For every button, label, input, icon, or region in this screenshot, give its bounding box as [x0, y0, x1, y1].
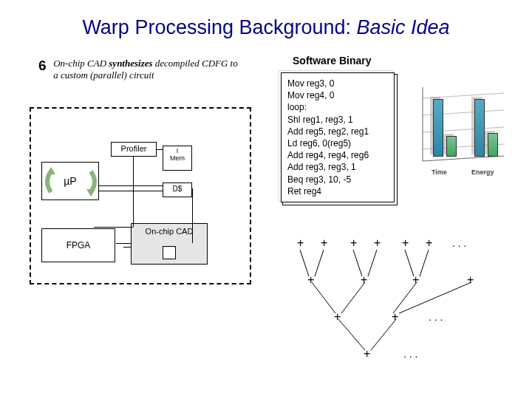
cpu-cycle-arrows-icon: [42, 163, 100, 201]
svg-line-11: [368, 250, 377, 276]
connector: [123, 247, 131, 248]
svg-text:+: +: [412, 273, 419, 286]
block-imem: I Mem: [163, 146, 192, 171]
block-cpu: µP: [41, 162, 99, 200]
connector: [99, 191, 163, 191]
svg-line-2: [423, 93, 504, 98]
svg-text:+: +: [402, 236, 409, 249]
bar-after: [488, 133, 498, 157]
connector: [99, 185, 163, 186]
step-caption: 6 On-chip CAD synthesizes decompiled CDF…: [38, 58, 253, 81]
block-dcache: D$: [163, 183, 192, 197]
svg-line-17: [399, 282, 471, 313]
bar-before: [474, 99, 485, 157]
svg-marker-1: [86, 189, 95, 197]
svg-marker-0: [47, 167, 55, 174]
svg-text:+: +: [361, 273, 367, 286]
svg-text:+: +: [307, 273, 314, 286]
svg-text:+: +: [364, 347, 370, 360]
svg-text:. . .: . . .: [452, 237, 466, 249]
title-suffix: Basic Idea: [357, 16, 450, 38]
bar-before: [433, 99, 443, 157]
step-text: On-chip CAD synthesizes decompiled CDFG …: [53, 58, 238, 81]
tree-op: +: [297, 236, 304, 249]
connector: [133, 157, 134, 227]
adder-tree: + + + + + + + + + + + + + . . . . . . . …: [284, 233, 513, 389]
svg-line-12: [405, 250, 414, 276]
svg-line-18: [338, 319, 365, 350]
svg-text:. . .: . . .: [403, 348, 417, 360]
svg-line-10: [353, 250, 362, 276]
title-prefix: Warp Processing Background:: [82, 16, 356, 38]
bar-chart: Time Energy: [415, 80, 514, 174]
svg-text:+: +: [334, 310, 341, 323]
svg-line-8: [300, 250, 309, 276]
svg-text:. . .: . . .: [429, 311, 443, 323]
connector: [116, 243, 131, 244]
bar-after: [446, 136, 457, 157]
svg-text:+: +: [321, 236, 327, 249]
cad-badge: [163, 246, 176, 259]
chart-bars-time: [433, 99, 458, 160]
svg-text:+: +: [467, 273, 474, 286]
block-cad: On-chip CAD: [131, 223, 208, 265]
chart-label-energy: Energy: [471, 168, 494, 176]
svg-text:+: +: [374, 236, 381, 249]
svg-text:+: +: [426, 236, 432, 249]
block-fpga: FPGA: [41, 228, 115, 262]
connector: [157, 149, 163, 150]
connector: [192, 188, 193, 243]
block-profiler: Profiler: [111, 142, 157, 157]
software-binary-label: Software Binary: [293, 55, 372, 66]
assembly-code-box: Mov reg3, 0 Mov reg4, 0 loop: Shl reg1, …: [281, 72, 395, 202]
chart-bars-energy: [474, 99, 499, 160]
slide-title: Warp Processing Background: Basic Idea: [0, 16, 532, 39]
svg-line-19: [371, 319, 396, 350]
svg-line-16: [393, 282, 417, 313]
svg-text:+: +: [350, 236, 357, 249]
svg-line-9: [315, 250, 324, 276]
svg-line-15: [341, 282, 365, 313]
connector: [94, 227, 133, 228]
svg-text:+: +: [392, 310, 398, 323]
svg-line-13: [420, 250, 429, 276]
chart-label-time: Time: [432, 168, 447, 176]
svg-line-14: [312, 282, 335, 313]
step-number: 6: [38, 58, 47, 73]
arch-diagram: µP Profiler I Mem D$ FPGA On-chip CAD: [30, 107, 251, 284]
